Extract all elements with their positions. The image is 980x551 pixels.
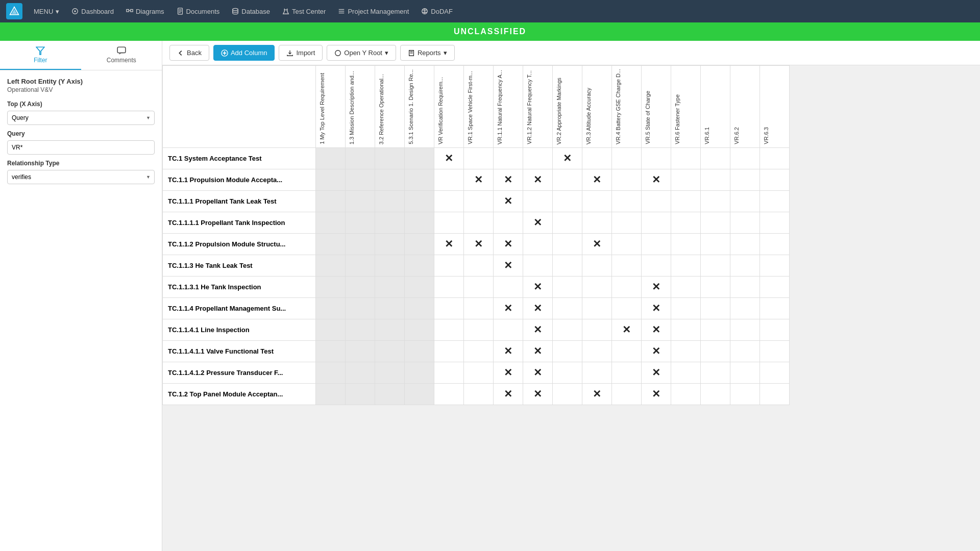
matrix-cell[interactable]: ✕ — [494, 341, 523, 362]
matrix-cell[interactable] — [760, 255, 790, 277]
matrix-cell[interactable] — [405, 212, 434, 234]
matrix-cell[interactable] — [612, 148, 642, 169]
matrix-cell[interactable]: ✕ — [494, 255, 523, 277]
matrix-cell[interactable] — [730, 169, 760, 191]
matrix-cell[interactable]: ✕ — [464, 234, 494, 255]
matrix-cell[interactable] — [464, 148, 494, 169]
matrix-cell[interactable] — [316, 148, 346, 169]
matrix-cell[interactable] — [582, 277, 612, 298]
matrix-cell[interactable] — [375, 277, 405, 298]
matrix-cell[interactable] — [375, 362, 405, 384]
matrix-cell[interactable] — [582, 212, 612, 234]
matrix-cell[interactable] — [523, 234, 553, 255]
matrix-cell[interactable] — [434, 362, 464, 384]
matrix-cell[interactable] — [523, 148, 553, 169]
matrix-cell[interactable] — [582, 298, 612, 319]
matrix-cell[interactable] — [464, 191, 494, 212]
matrix-cell[interactable] — [553, 319, 582, 341]
matrix-cell[interactable] — [316, 255, 346, 277]
nav-project-management[interactable]: Project Management — [333, 5, 414, 18]
matrix-cell[interactable] — [612, 277, 642, 298]
matrix-cell[interactable]: ✕ — [434, 234, 464, 255]
matrix-cell[interactable] — [405, 191, 434, 212]
matrix-cell[interactable] — [405, 298, 434, 319]
matrix-cell[interactable] — [760, 319, 790, 341]
matrix-cell[interactable] — [375, 255, 405, 277]
matrix-cell[interactable] — [316, 319, 346, 341]
matrix-cell[interactable] — [553, 191, 582, 212]
matrix-cell[interactable] — [642, 255, 671, 277]
matrix-cell[interactable] — [701, 384, 730, 405]
matrix-cell[interactable] — [671, 384, 701, 405]
matrix-cell[interactable] — [760, 384, 790, 405]
matrix-cell[interactable] — [701, 319, 730, 341]
matrix-cell[interactable] — [494, 212, 523, 234]
matrix-cell[interactable] — [642, 148, 671, 169]
matrix-cell[interactable] — [553, 212, 582, 234]
matrix-cell[interactable] — [582, 319, 612, 341]
matrix-cell[interactable]: ✕ — [642, 277, 671, 298]
matrix-cell[interactable] — [405, 148, 434, 169]
matrix-cell[interactable] — [582, 148, 612, 169]
matrix-cell[interactable] — [671, 212, 701, 234]
matrix-cell[interactable] — [346, 255, 375, 277]
matrix-cell[interactable] — [582, 362, 612, 384]
matrix-cell[interactable] — [464, 362, 494, 384]
matrix-cell[interactable] — [464, 298, 494, 319]
matrix-cell[interactable] — [405, 169, 434, 191]
matrix-cell[interactable] — [730, 362, 760, 384]
matrix-cell[interactable]: ✕ — [523, 384, 553, 405]
matrix-cell[interactable] — [671, 362, 701, 384]
matrix-cell[interactable] — [760, 298, 790, 319]
matrix-cell[interactable] — [760, 212, 790, 234]
matrix-cell[interactable]: ✕ — [582, 169, 612, 191]
matrix-cell[interactable] — [405, 319, 434, 341]
matrix-cell[interactable] — [346, 148, 375, 169]
matrix-cell[interactable]: ✕ — [494, 234, 523, 255]
matrix-cell[interactable] — [434, 255, 464, 277]
matrix-cell[interactable] — [346, 234, 375, 255]
matrix-cell[interactable] — [642, 212, 671, 234]
matrix-cell[interactable] — [612, 298, 642, 319]
matrix-cell[interactable]: ✕ — [494, 191, 523, 212]
matrix-cell[interactable] — [464, 384, 494, 405]
matrix-cell[interactable] — [730, 148, 760, 169]
matrix-cell[interactable]: ✕ — [642, 384, 671, 405]
matrix-cell[interactable] — [346, 169, 375, 191]
matrix-cell[interactable] — [760, 341, 790, 362]
matrix-cell[interactable] — [346, 212, 375, 234]
matrix-cell[interactable] — [612, 234, 642, 255]
matrix-cell[interactable] — [642, 234, 671, 255]
matrix-cell[interactable] — [701, 191, 730, 212]
matrix-cell[interactable] — [346, 298, 375, 319]
matrix-cell[interactable]: ✕ — [464, 169, 494, 191]
matrix-cell[interactable] — [405, 234, 434, 255]
matrix-cell[interactable] — [316, 341, 346, 362]
matrix-cell[interactable] — [405, 277, 434, 298]
matrix-cell[interactable] — [346, 319, 375, 341]
matrix-cell[interactable] — [582, 191, 612, 212]
matrix-cell[interactable] — [701, 169, 730, 191]
matrix-cell[interactable] — [316, 169, 346, 191]
matrix-cell[interactable] — [434, 341, 464, 362]
matrix-cell[interactable] — [671, 148, 701, 169]
matrix-cell[interactable] — [553, 234, 582, 255]
reports-button[interactable]: Reports ▾ — [400, 45, 455, 61]
matrix-cell[interactable] — [701, 212, 730, 234]
matrix-cell[interactable] — [701, 234, 730, 255]
matrix-cell[interactable] — [316, 298, 346, 319]
matrix-cell[interactable]: ✕ — [523, 362, 553, 384]
matrix-cell[interactable] — [346, 362, 375, 384]
matrix-cell[interactable] — [612, 255, 642, 277]
matrix-cell[interactable] — [434, 319, 464, 341]
matrix-cell[interactable] — [760, 277, 790, 298]
matrix-cell[interactable]: ✕ — [582, 384, 612, 405]
matrix-cell[interactable]: ✕ — [642, 169, 671, 191]
matrix-cell[interactable] — [730, 212, 760, 234]
matrix-cell[interactable] — [760, 234, 790, 255]
matrix-cell[interactable] — [434, 191, 464, 212]
matrix-cell[interactable] — [701, 298, 730, 319]
matrix-cell[interactable] — [434, 212, 464, 234]
matrix-cell[interactable] — [730, 234, 760, 255]
matrix-cell[interactable] — [464, 277, 494, 298]
